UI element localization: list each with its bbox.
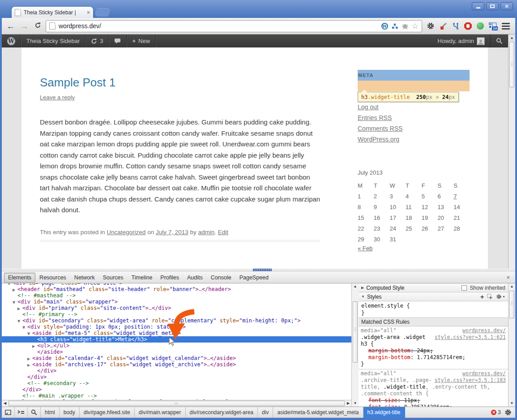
settings-gear-icon[interactable] — [427, 22, 435, 30]
scroll-left-arrow-icon[interactable]: ◀ — [2, 400, 8, 407]
meta-link[interactable]: Comments RSS — [358, 125, 402, 132]
close-button[interactable]: ✕ — [500, 2, 513, 10]
dom-tree-scrollbar[interactable]: ▲ ▼ — [351, 283, 359, 407]
minimize-button[interactable] — [472, 2, 484, 10]
dom-tree-node[interactable]: <!-- #masthead --> — [2, 292, 351, 299]
meta-link[interactable]: Log out — [358, 103, 379, 111]
breadcrumb-item[interactable]: body — [60, 407, 80, 418]
show-inherited-checkbox[interactable] — [461, 285, 467, 291]
meta-link[interactable]: WordPress.org — [358, 136, 399, 143]
styles-section[interactable]: ▼ Styles + ▼ — [359, 292, 508, 301]
css-declaration[interactable]: margin-bottom: 24px; — [361, 347, 506, 354]
breadcrumb-item[interactable]: html — [41, 407, 60, 418]
breadcrumb-item[interactable]: aside#meta-5.widget.widget_meta — [273, 407, 363, 418]
dom-tree-node[interactable]: ▼<div id="main" class="wrapper"> — [2, 299, 351, 305]
forward-button[interactable]: → — [19, 22, 30, 30]
post-title[interactable]: Sample Post 1 — [40, 76, 115, 90]
new-style-rule-icon[interactable]: + — [480, 293, 484, 300]
styles-scrollbar-thumb[interactable] — [509, 291, 514, 318]
devtools-settings-gear-icon[interactable] — [504, 409, 512, 416]
expand-arrow-icon[interactable]: ▶ — [361, 286, 364, 290]
colorpicker-extension-icon[interactable] — [440, 22, 447, 30]
comments-menu[interactable] — [109, 34, 127, 47]
dom-tree-node[interactable]: ▶<ul>…</ul> — [2, 343, 351, 349]
calendar-prev-link[interactable]: « Feb — [358, 245, 470, 252]
element-style-block[interactable]: element.style { } — [359, 301, 508, 318]
breadcrumb-item[interactable]: div#page.hfeed.site — [80, 407, 135, 418]
new-content-menu[interactable]: + New — [127, 34, 156, 47]
menu-icon[interactable] — [502, 23, 510, 30]
styles-settings-icon[interactable]: ▼ — [496, 294, 505, 300]
tree-scrollbar-thumb[interactable] — [353, 301, 358, 363]
devtools-tab-pagespeed[interactable]: PageSpeed — [235, 273, 273, 283]
stylesheet-origin-link[interactable]: wordpress.dev/ — [462, 327, 506, 334]
breadcrumb-selected[interactable]: h3.widget-title — [363, 407, 405, 418]
stylesheet-origin-link[interactable]: wordpress.dev/ — [462, 370, 506, 377]
bookmark-star-icon[interactable]: ☆ — [412, 23, 419, 30]
page-scrollbar[interactable]: ▲ — [508, 34, 515, 269]
wordpress-page-action-icon[interactable]: W — [381, 23, 388, 30]
leave-reply-link[interactable]: Leave a reply — [40, 94, 75, 101]
scroll-up-arrow-icon[interactable]: ▲ — [508, 34, 515, 41]
dom-tree-node[interactable]: ▶<aside id="archives-17" class="widget w… — [2, 361, 351, 368]
scroll-down-arrow-icon[interactable]: ▼ — [508, 400, 515, 407]
debugger-extension-icon[interactable] — [391, 23, 398, 30]
scroll-down-arrow-icon[interactable]: ▼ — [352, 400, 359, 407]
scroll-up-arrow-icon[interactable]: ▲ — [508, 283, 515, 290]
stylesheet-source-link[interactable]: style.css?ver=3.5.1:621 — [435, 334, 506, 341]
console-toggle-button[interactable] — [15, 407, 28, 418]
dom-tree-node[interactable]: </div> — [2, 374, 351, 380]
back-button[interactable]: ← — [5, 22, 16, 30]
dom-tree-node[interactable]: </aside> — [2, 349, 351, 355]
tab-close-icon[interactable]: × — [87, 9, 90, 16]
devtools-close-icon[interactable]: × — [503, 274, 513, 281]
dom-tree-node[interactable]: <!-- #secondary --> — [2, 380, 351, 386]
fork-extension-icon[interactable] — [452, 22, 459, 30]
tree-hscrollbar-thumb[interactable] — [9, 401, 345, 406]
stylesheet-source-link[interactable]: style.css?ver=3.5.1:183 — [435, 377, 506, 384]
post-meta-link[interactable]: Edit — [218, 229, 228, 236]
devtools-tab-network[interactable]: Network — [70, 273, 99, 283]
address-bar[interactable]: wordpress.dev/ W ☆ — [46, 20, 422, 32]
adblock-stop-icon[interactable] — [464, 22, 472, 30]
bug-extension-icon[interactable] — [402, 23, 409, 30]
dom-tree-hscrollbar[interactable]: ◀ ▶ — [2, 400, 351, 407]
browser-tab[interactable]: Theia Sticky Sidebar | × — [12, 7, 93, 18]
breadcrumb-item[interactable]: div#main.wrapper — [135, 407, 186, 418]
my-account-menu[interactable]: Howdy, admin — [432, 34, 490, 47]
updates-menu[interactable]: 3 — [85, 34, 109, 47]
element-state-icon[interactable] — [487, 294, 493, 300]
drag-handle-icon[interactable] — [253, 269, 272, 271]
post-meta-link[interactable]: July 7, 2013 — [156, 229, 188, 236]
dock-side-button[interactable] — [2, 407, 15, 418]
green-extension-icon[interactable] — [477, 22, 484, 30]
collapse-arrow-icon[interactable]: ▼ — [361, 295, 365, 299]
post-meta-link[interactable]: Uncategorized — [107, 229, 145, 236]
css-declaration[interactable]: margin-bottom: 1.714285714rem; — [361, 354, 506, 361]
styles-scrollbar[interactable]: ▲ ▼ — [508, 283, 515, 407]
scroll-right-arrow-icon[interactable]: ▶ — [345, 400, 351, 407]
dom-tree-node[interactable]: ▶<aside id="calendar-4" class="widget wi… — [2, 355, 351, 361]
reload-button[interactable] — [32, 22, 43, 30]
scroll-up-arrow-icon[interactable]: ▲ — [352, 283, 359, 290]
dom-tree-node[interactable]: </div> — [2, 386, 351, 393]
page-scrollbar-thumb[interactable] — [509, 42, 514, 87]
devtools-tab-sources[interactable]: Sources — [99, 273, 128, 283]
computed-style-section[interactable]: ▶ Computed Style Show inherited — [359, 283, 508, 292]
devtools-tab-timeline[interactable]: Timeline — [128, 273, 157, 283]
post-meta-link[interactable]: admin — [198, 229, 215, 236]
devtools-tab-elements[interactable]: Elements — [4, 273, 35, 283]
search-button[interactable] — [28, 407, 41, 418]
breadcrumb-item[interactable]: div — [258, 407, 273, 418]
calendar-post-day-link[interactable]: 7 — [453, 193, 457, 200]
devtools-tab-resources[interactable]: Resources — [35, 273, 70, 283]
maximize-button[interactable] — [486, 2, 499, 10]
dom-tree-node[interactable]: ▶<header id="masthead" class="site-heade… — [2, 286, 351, 292]
breadcrumb-item[interactable]: div#secondary.widget-area — [186, 407, 258, 418]
error-count-badge[interactable]: ✕ 3 — [491, 409, 501, 416]
ietab-extension-icon[interactable]: 14 — [489, 22, 497, 30]
css-declaration[interactable]: font-size: 11px; — [361, 397, 506, 404]
devtools-tab-profiles[interactable]: Profiles — [156, 273, 183, 283]
css-rule[interactable]: wordpress.dev/media="all"style.css?ver=3… — [359, 326, 508, 369]
meta-link[interactable]: Entries RSS — [358, 114, 392, 121]
